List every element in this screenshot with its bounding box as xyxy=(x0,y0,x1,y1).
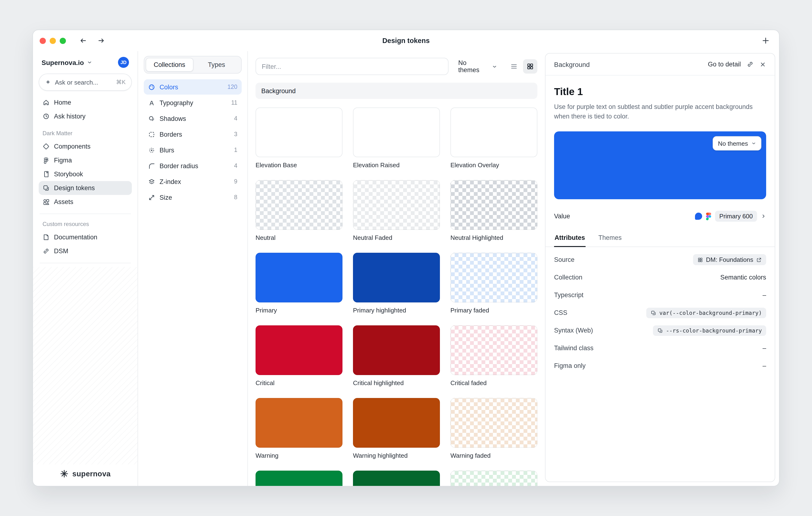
sidebar-item-ask-history[interactable]: Ask history xyxy=(39,109,132,123)
swatch-label: Neutral xyxy=(256,234,343,241)
color-swatch[interactable] xyxy=(256,398,343,448)
color-swatch[interactable] xyxy=(256,108,343,157)
sidebar-item-dsm[interactable]: DSM xyxy=(39,244,132,258)
sidebar-item-figma[interactable]: Figma xyxy=(39,153,132,167)
syntax-value-pill[interactable]: --rs-color-background-primary xyxy=(653,325,766,336)
token-card[interactable]: Warning highlighted xyxy=(353,398,440,459)
color-swatch[interactable] xyxy=(256,253,343,303)
token-card[interactable]: Warning faded xyxy=(451,398,538,459)
color-swatch[interactable] xyxy=(256,180,343,230)
grid-view-button[interactable] xyxy=(523,59,538,74)
swatch-label: Neutral Highlighted xyxy=(451,234,538,241)
close-window-button[interactable] xyxy=(40,37,46,44)
token-card[interactable]: Neutral xyxy=(256,180,343,241)
search-input[interactable]: Ask or search... ⌘K xyxy=(39,74,132,91)
sidebar-section-title: Dark Matter xyxy=(39,123,132,140)
sidebar-item-label: Documentation xyxy=(54,234,97,241)
token-type-shadows[interactable]: Shadows 4 xyxy=(144,111,242,126)
tab-themes[interactable]: Themes xyxy=(598,234,622,247)
value-token-pill[interactable]: Primary 600 xyxy=(715,211,757,222)
workspace-switcher[interactable]: Supernova.io JD xyxy=(39,55,132,73)
token-type-label: Colors xyxy=(160,83,178,90)
preview-themes-label: No themes xyxy=(718,140,748,147)
close-panel-button[interactable] xyxy=(759,61,766,67)
forward-arrow-icon xyxy=(97,37,105,45)
color-swatch[interactable] xyxy=(353,108,440,157)
token-card[interactable]: Elevation Base xyxy=(256,108,343,169)
token-card[interactable]: Elevation Raised xyxy=(353,108,440,169)
maximize-window-button[interactable] xyxy=(60,37,66,44)
color-swatch[interactable] xyxy=(256,325,343,375)
list-view-button[interactable] xyxy=(507,59,521,74)
color-preview: No themes xyxy=(554,132,766,199)
preview-themes-dropdown[interactable]: No themes xyxy=(713,136,761,150)
attr-label: Typescript xyxy=(554,291,583,298)
token-type-z-index[interactable]: Z-index 9 xyxy=(144,174,242,189)
sidebar-item-design-tokens[interactable]: Design tokens xyxy=(39,181,132,195)
color-swatch[interactable] xyxy=(353,398,440,448)
color-swatch[interactable] xyxy=(451,253,538,303)
token-card[interactable] xyxy=(256,470,343,486)
token-card[interactable]: Neutral Faded xyxy=(353,180,440,241)
sidebar-item-home[interactable]: Home xyxy=(39,95,132,109)
forward-button[interactable] xyxy=(94,34,108,47)
tab-collections[interactable]: Collections xyxy=(146,58,193,71)
token-card[interactable]: Primary highlighted xyxy=(353,253,440,314)
token-type-blurs[interactable]: Blurs 1 xyxy=(144,142,242,158)
token-card[interactable] xyxy=(353,470,440,486)
copy-link-button[interactable] xyxy=(747,61,754,68)
themes-dropdown[interactable]: No themes xyxy=(454,56,502,77)
token-card[interactable]: Primary xyxy=(256,253,343,314)
color-swatch[interactable] xyxy=(451,470,538,486)
chevron-right-icon[interactable] xyxy=(761,213,766,219)
color-swatch[interactable] xyxy=(451,325,538,375)
add-button[interactable] xyxy=(759,34,772,47)
sidebar-item-assets[interactable]: Assets xyxy=(39,195,132,209)
token-card[interactable]: Elevation Overlay xyxy=(451,108,538,169)
color-swatch[interactable] xyxy=(256,470,343,486)
color-swatch[interactable] xyxy=(451,180,538,230)
token-type-borders[interactable]: Borders 3 xyxy=(144,126,242,142)
token-type-label: Typography xyxy=(160,99,193,106)
minimize-window-button[interactable] xyxy=(50,37,56,44)
copy-icon xyxy=(657,327,663,333)
sidebar-item-label: Storybook xyxy=(54,171,83,178)
tailwind-value: – xyxy=(762,344,766,352)
color-swatch[interactable] xyxy=(451,398,538,448)
design-tokens-icon xyxy=(42,184,50,192)
tab-attributes[interactable]: Attributes xyxy=(554,234,586,247)
token-card[interactable]: Warning xyxy=(256,398,343,459)
assets-icon xyxy=(42,198,50,205)
sidebar-item-components[interactable]: Components xyxy=(39,140,132,153)
home-icon xyxy=(42,99,50,106)
sidebar-item-storybook[interactable]: Storybook xyxy=(39,167,132,181)
filter-input[interactable] xyxy=(256,58,449,75)
tab-types[interactable]: Types xyxy=(193,58,240,71)
color-swatch[interactable] xyxy=(353,325,440,375)
token-card[interactable]: Critical faded xyxy=(451,325,538,386)
token-type-colors[interactable]: Colors 120 xyxy=(144,79,242,94)
sidebar-item-documentation[interactable]: Documentation xyxy=(39,230,132,244)
token-card[interactable]: Primary faded xyxy=(451,253,538,314)
token-type-border-radius[interactable]: Border radius 4 xyxy=(144,158,242,173)
color-swatch[interactable] xyxy=(353,470,440,486)
token-card[interactable]: Critical highlighted xyxy=(353,325,440,386)
css-value-pill[interactable]: var(--color-background-primary) xyxy=(646,308,766,318)
token-type-typography[interactable]: Typography 11 xyxy=(144,95,242,110)
themes-dropdown-label: No themes xyxy=(458,59,489,74)
avatar[interactable]: JD xyxy=(118,57,129,68)
token-card[interactable]: Critical xyxy=(256,325,343,386)
color-swatch[interactable] xyxy=(353,253,440,303)
typography-icon xyxy=(148,99,155,106)
token-type-size[interactable]: Size 8 xyxy=(144,190,242,205)
section-header[interactable]: Background xyxy=(256,83,538,99)
color-swatch[interactable] xyxy=(451,108,538,157)
token-card[interactable]: Neutral Highlighted xyxy=(451,180,538,241)
attr-row-source: Source DM: Foundations xyxy=(554,251,766,268)
attr-label: Tailwind class xyxy=(554,344,593,352)
source-pill[interactable]: DM: Foundations xyxy=(693,254,766,265)
color-swatch[interactable] xyxy=(353,180,440,230)
go-to-detail-link[interactable]: Go to detail xyxy=(708,61,741,68)
back-button[interactable] xyxy=(77,34,90,47)
token-card[interactable] xyxy=(451,470,538,486)
